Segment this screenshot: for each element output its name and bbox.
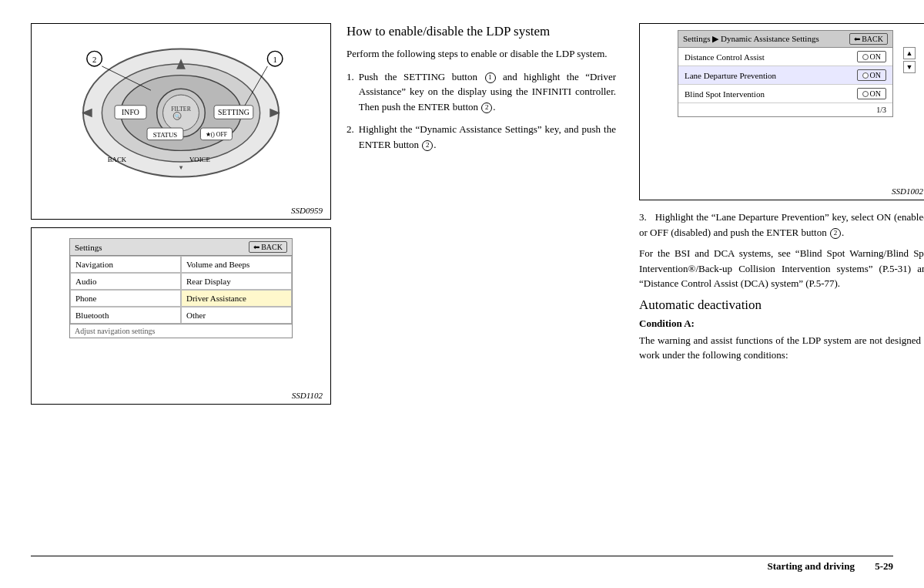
page: FILTER 🔍 INFO SETTING STATUS ★() OF: [0, 0, 924, 588]
svg-text:▼: ▼: [178, 164, 184, 171]
step-1-text: Push the SETTING button 1 and highlight …: [359, 69, 616, 115]
das-caption: SSD1002: [892, 186, 923, 196]
svg-text:1: 1: [273, 55, 276, 64]
settings-item-navigation[interactable]: Navigation: [70, 256, 181, 273]
das-on-label-bsi: ON: [870, 89, 881, 98]
das-inner: Settings ▶ Dynamic Assistance Settings ⬅…: [678, 30, 893, 117]
settings-menu-inner: Settings ⬅ BACK Navigation Volume and Be…: [69, 238, 293, 338]
das-on-label: ON: [870, 52, 881, 61]
das-back-icon: ⬅: [854, 35, 860, 43]
das-back-label: BACK: [862, 35, 883, 43]
settings-item-other[interactable]: Other: [181, 307, 292, 324]
controller-diagram-box: FILTER 🔍 INFO SETTING STATUS ★() OF: [31, 23, 331, 220]
middle-column: How to enable/disable the LDP system Per…: [331, 23, 631, 548]
step-2-num: 2.: [346, 122, 354, 152]
page-footer: Starting and driving 5-29: [31, 556, 893, 573]
das-on-indicator: [862, 54, 869, 60]
svg-text:INFO: INFO: [122, 108, 139, 116]
settings-back-icon: ⬅: [253, 243, 259, 251]
auto-deact-title: Automatic deactivation: [639, 297, 924, 313]
das-display-box: Settings ▶ Dynamic Assistance Settings ⬅…: [639, 23, 924, 200]
settings-menu-diagram-box: Settings ⬅ BACK Navigation Volume and Be…: [31, 227, 331, 405]
svg-text:STATUS: STATUS: [153, 131, 178, 139]
svg-text:SETTING: SETTING: [218, 108, 249, 116]
das-row-ldp-status[interactable]: ON: [857, 69, 886, 81]
svg-text:BACK: BACK: [108, 156, 127, 163]
condition-a-label: Condition A:: [639, 318, 924, 330]
step-3-num: 3.: [639, 211, 652, 223]
footer-section: Starting and driving 5-29: [767, 560, 893, 573]
step-2-circle-2: 2: [422, 140, 433, 151]
das-on-label-ldp: ON: [870, 71, 881, 79]
das-back-button[interactable]: ⬅ BACK: [849, 33, 888, 45]
settings-item-rear-display[interactable]: Rear Display: [181, 273, 292, 290]
step-2: 2. Highlight the “Dynamic Assistance Set…: [346, 122, 616, 152]
das-scroll-controls: ▲ ▼: [903, 47, 916, 73]
step-3-text: 3. Highlight the “Lane Departure Prevent…: [639, 210, 924, 240]
svg-text:VOICE: VOICE: [189, 156, 210, 163]
step-1: 1. Push the SETTING button 1 and highlig…: [346, 69, 616, 115]
svg-text:2: 2: [92, 55, 96, 64]
settings-item-audio[interactable]: Audio: [70, 273, 181, 290]
settings-item-bluetooth[interactable]: Bluetooth: [70, 307, 181, 324]
das-row-bsi-status[interactable]: ON: [857, 88, 886, 99]
das-on-indicator-ldp: [862, 72, 869, 79]
settings-menu-title: Settings: [75, 243, 102, 252]
section-title: How to enable/disable the LDP system: [346, 23, 616, 40]
step-1-circle-2: 2: [481, 102, 492, 113]
das-row-dca-label: Distance Control Assist: [685, 52, 765, 62]
controller-svg: FILTER 🔍 INFO SETTING STATUS ★() OF: [38, 30, 324, 196]
right-column: Settings ▶ Dynamic Assistance Settings ⬅…: [631, 23, 924, 548]
svg-text:FILTER: FILTER: [171, 106, 192, 113]
section-intro: Perform the following steps to enable or…: [346, 46, 616, 62]
svg-text:🔍: 🔍: [175, 113, 181, 119]
svg-point-5: [163, 95, 199, 131]
das-scroll-down[interactable]: ▼: [903, 61, 916, 73]
das-header-title: Settings ▶ Dynamic Assistance Settings: [683, 34, 819, 44]
left-column: FILTER 🔍 INFO SETTING STATUS ★() OF: [31, 23, 331, 548]
das-row-bsi-label: Blind Spot Intervention: [685, 89, 765, 99]
settings-menu-caption: SSD1102: [292, 391, 323, 400]
step-1-circle-1: 1: [485, 72, 496, 83]
das-footer: 1/3: [678, 103, 892, 116]
svg-text:★() OFF: ★() OFF: [206, 131, 228, 138]
das-row-bsi: Blind Spot Intervention ON: [678, 85, 892, 103]
settings-menu-header: Settings ⬅ BACK: [70, 239, 292, 256]
das-scroll-up[interactable]: ▲: [903, 47, 916, 59]
settings-back-button[interactable]: ⬅ BACK: [249, 241, 287, 253]
step-list: 1. Push the SETTING button 1 and highlig…: [346, 69, 616, 153]
controller-caption: SSD0959: [291, 206, 323, 215]
step-1-num: 1.: [346, 69, 354, 115]
das-row-ldp: Lane Departure Prevention ON: [678, 66, 892, 85]
settings-item-volume[interactable]: Volume and Beeps: [181, 256, 292, 273]
step-2-text: Highlight the “Dynamic Assistance Settin…: [359, 122, 616, 152]
das-row-dca: Distance Control Assist ON: [678, 48, 892, 66]
settings-menu-footer: Adjust navigation settings: [70, 324, 292, 338]
step-3-circle: 2: [830, 228, 841, 239]
condition-a-text: The warning and assist functions of the …: [639, 333, 924, 363]
das-row-ldp-label: Lane Departure Prevention: [685, 71, 776, 80]
settings-menu-grid: Navigation Volume and Beeps Audio Rear D…: [70, 256, 292, 324]
das-on-indicator-bsi: [862, 91, 869, 97]
footer-section-label: Starting and driving: [767, 560, 854, 572]
settings-item-driver-assistance[interactable]: Driver Assistance: [181, 290, 292, 307]
settings-item-phone[interactable]: Phone: [70, 290, 181, 307]
footer-page-num: 5-29: [875, 560, 893, 572]
das-row-dca-status[interactable]: ON: [857, 51, 886, 62]
main-content: FILTER 🔍 INFO SETTING STATUS ★() OF: [31, 23, 893, 548]
settings-back-label: BACK: [261, 243, 283, 251]
das-header: Settings ▶ Dynamic Assistance Settings ⬅…: [678, 31, 892, 48]
bsi-dca-text: For the BSI and DCA systems, see “Blind …: [639, 246, 924, 291]
